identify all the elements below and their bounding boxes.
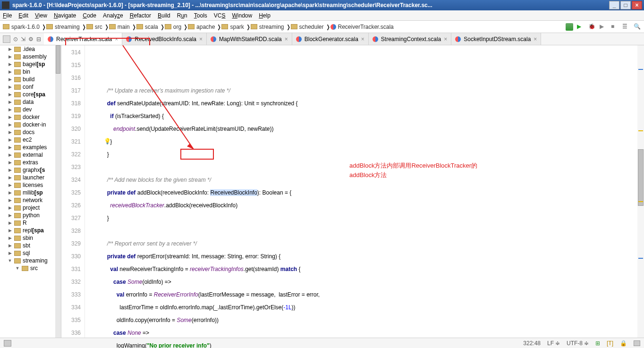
code-editor[interactable]: 3143153163173183193203213223233243253263…	[61, 45, 644, 338]
tree-item[interactable]: ▶licenses	[0, 181, 61, 189]
tree-item[interactable]: ▶python	[0, 212, 61, 219]
tree-item[interactable]: ▶assembly	[0, 53, 61, 60]
tree-item[interactable]: ▶docker	[0, 113, 61, 121]
chevron-right-icon[interactable]: ▶	[8, 54, 12, 59]
tree-item[interactable]: ▶sbt	[0, 242, 61, 249]
editor-tab[interactable]: MapWithStateRDD.scala×	[207, 33, 292, 45]
tree-item[interactable]: ▶bin	[0, 68, 61, 76]
tree-item[interactable]: ▶.idea	[0, 45, 61, 53]
tree-item[interactable]: ▶sbin	[0, 234, 61, 242]
chevron-right-icon[interactable]: ▶	[8, 85, 12, 89]
breadcrumb-item[interactable]: apache	[188, 24, 215, 30]
chevron-down-icon[interactable]: ▼	[8, 258, 12, 263]
coverage-icon[interactable]: ▶	[600, 23, 607, 31]
chevron-right-icon[interactable]: ▶	[8, 221, 12, 225]
tree-item[interactable]: ▶bagel [sp	[0, 60, 61, 68]
tree-item[interactable]: ▶R	[0, 219, 61, 227]
tree-item[interactable]: ▶repl [spa	[0, 227, 61, 234]
tree-item[interactable]: ▶network	[0, 196, 61, 204]
tree-item[interactable]: ▶external	[0, 151, 61, 159]
project-tree[interactable]: ▶.idea▶assembly▶bagel [sp▶bin▶build▶conf…	[0, 45, 61, 338]
tree-item[interactable]: ▶ec2	[0, 136, 61, 144]
chevron-right-icon[interactable]: ▶	[8, 107, 12, 112]
menu-navigate[interactable]: Navigate	[54, 12, 76, 19]
tree-item[interactable]: ▶extras	[0, 159, 61, 166]
code-area[interactable]: /** Update a receiver's maximum ingestio…	[85, 45, 644, 338]
tree-item[interactable]: ▶project	[0, 204, 61, 212]
collapse-icon[interactable]: ⇲	[21, 36, 25, 42]
menu-tools[interactable]: Tools	[194, 12, 207, 19]
chevron-right-icon[interactable]: ▶	[8, 190, 12, 195]
menu-window[interactable]: Window	[232, 12, 252, 19]
select-opened-icon[interactable]: ⊙	[13, 36, 18, 42]
tree-item[interactable]: ▼streaming	[0, 257, 61, 264]
chevron-right-icon[interactable]: ▶	[8, 77, 12, 82]
menu-file[interactable]: File	[3, 12, 12, 19]
sidebar-scroll-thumb[interactable]	[56, 45, 60, 74]
minimize-button[interactable]: _	[609, 1, 619, 9]
chevron-right-icon[interactable]: ▶	[8, 168, 12, 172]
close-tab-icon[interactable]: ×	[115, 36, 118, 42]
menu-help[interactable]: Help	[259, 12, 271, 19]
chevron-right-icon[interactable]: ▶	[8, 69, 12, 74]
chevron-right-icon[interactable]: ▶	[8, 251, 12, 255]
chevron-right-icon[interactable]: ▶	[8, 92, 12, 97]
breadcrumb-item[interactable]: spark	[221, 24, 244, 30]
hide-icon[interactable]: ⊟	[36, 36, 41, 42]
tree-item[interactable]: ▶graphx [s	[0, 166, 61, 174]
tree-item[interactable]: ▶build	[0, 76, 61, 83]
tree-item[interactable]: ▶conf	[0, 83, 61, 91]
breadcrumb-item[interactable]: spark-1.6.0	[3, 24, 40, 30]
chevron-right-icon[interactable]: ▶	[8, 243, 12, 248]
run-icon[interactable]: ▶	[577, 23, 585, 31]
breadcrumb-item[interactable]: src	[86, 24, 102, 30]
menu-view[interactable]: View	[35, 12, 47, 19]
structure-icon[interactable]: ☰	[622, 23, 630, 31]
chevron-right-icon[interactable]: ▶	[8, 62, 12, 67]
menu-edit[interactable]: Edit	[18, 12, 28, 19]
status-indicator-icon[interactable]	[4, 340, 11, 347]
search-icon[interactable]: 🔍	[634, 23, 641, 31]
close-tab-icon[interactable]: ×	[285, 36, 288, 42]
editor-tab[interactable]: BlockGenerator.scala×	[292, 33, 369, 45]
chevron-right-icon[interactable]: ▶	[8, 198, 12, 203]
chevron-right-icon[interactable]: ▶	[8, 183, 12, 187]
close-tab-icon[interactable]: ×	[444, 36, 447, 42]
editor-scroll-thumb[interactable]	[638, 149, 644, 206]
menu-refactor[interactable]: Refactor	[130, 12, 151, 19]
chevron-right-icon[interactable]: ▶	[8, 47, 12, 51]
chevron-right-icon[interactable]: ▶	[8, 130, 12, 135]
breadcrumb-item[interactable]: streaming	[251, 24, 284, 30]
settings-icon[interactable]: ⚙	[28, 36, 34, 42]
tree-item[interactable]: ▶launcher	[0, 174, 61, 181]
close-tab-icon[interactable]: ×	[199, 36, 203, 42]
breadcrumb-item[interactable]: ReceiverTracker.scala	[330, 24, 394, 30]
tree-item[interactable]: ▼src	[0, 264, 61, 272]
maximize-button[interactable]: □	[620, 1, 631, 9]
project-view-icon[interactable]	[3, 35, 10, 43]
tree-item[interactable]: ▶sql	[0, 249, 61, 257]
editor-tab[interactable]: ReceivedBlockInfo.scala×	[122, 33, 207, 45]
tree-item[interactable]: ▶examples	[0, 144, 61, 151]
tree-item[interactable]: ▶docker-in	[0, 121, 61, 128]
close-tab-icon[interactable]: ×	[534, 36, 537, 42]
sidebar-scrollbar[interactable]	[55, 45, 61, 338]
chevron-right-icon[interactable]: ▶	[8, 100, 12, 104]
editor-tab[interactable]: StreamingContext.scala×	[369, 33, 451, 45]
intention-bulb-icon[interactable]: 💡	[104, 135, 111, 148]
menu-build[interactable]: Build	[158, 12, 170, 19]
chevron-right-icon[interactable]: ▶	[8, 115, 12, 119]
stop-icon[interactable]: ■	[611, 23, 619, 31]
breadcrumb-item[interactable]: scheduler	[291, 24, 324, 30]
chevron-right-icon[interactable]: ▶	[8, 175, 12, 180]
chevron-right-icon[interactable]: ▶	[8, 122, 12, 127]
tree-item[interactable]: ▶docs	[0, 128, 61, 136]
tree-item[interactable]: ▶dev	[0, 106, 61, 113]
breadcrumb-item[interactable]: org	[165, 24, 181, 30]
menu-analyze[interactable]: Analyze	[103, 12, 123, 19]
tree-item[interactable]: ▶core [spa	[0, 91, 61, 98]
chevron-right-icon[interactable]: ▶	[8, 137, 12, 142]
chevron-right-icon[interactable]: ▶	[8, 160, 12, 165]
tree-item[interactable]: ▶mllib [sp	[0, 189, 61, 196]
chevron-right-icon[interactable]: ▶	[8, 228, 12, 233]
